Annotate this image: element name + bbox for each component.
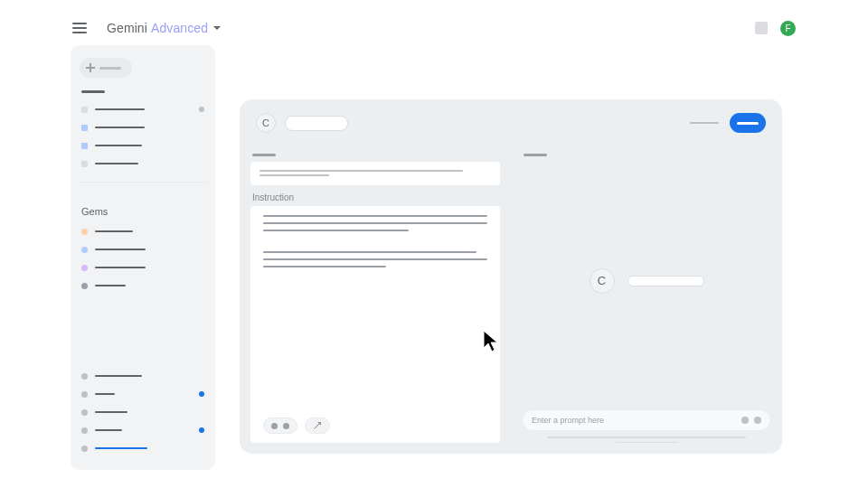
conversation-item[interactable] xyxy=(80,155,206,172)
nav-icon xyxy=(81,391,88,398)
nav-icon xyxy=(81,409,88,416)
conversation-item[interactable] xyxy=(80,119,206,136)
placeholder-line xyxy=(690,122,719,125)
nav-icon xyxy=(81,373,88,380)
name-label xyxy=(252,154,276,156)
gem-color-dot xyxy=(81,247,88,253)
conversation-item[interactable] xyxy=(80,137,206,154)
chat-icon xyxy=(81,143,88,149)
nav-icon xyxy=(81,446,88,452)
sidebar-help[interactable] xyxy=(80,386,206,402)
gem-color-dot xyxy=(81,229,88,235)
editor-column: Instruction xyxy=(240,146,511,454)
sidebar-location[interactable] xyxy=(80,440,206,456)
placeholder-line xyxy=(95,230,133,233)
preview-greeting xyxy=(627,276,704,286)
chat-icon xyxy=(81,125,88,131)
placeholder-line xyxy=(95,108,145,111)
apps-icon[interactable] xyxy=(755,22,768,34)
placeholder-line xyxy=(99,67,121,70)
placeholder-line xyxy=(95,163,138,165)
topbar: Gemini Advanced F xyxy=(72,18,796,38)
plus-icon xyxy=(86,63,95,72)
notification-dot xyxy=(199,391,204,397)
gem-item[interactable] xyxy=(80,277,206,294)
placeholder-line xyxy=(95,249,146,251)
placeholder-line xyxy=(95,375,142,378)
preview-gem-avatar: C xyxy=(590,268,615,294)
gem-item[interactable] xyxy=(80,259,206,276)
placeholder-line xyxy=(95,393,115,396)
magic-rewrite-button[interactable] xyxy=(305,418,330,434)
preview-label xyxy=(524,154,547,156)
brand-name: Gemini xyxy=(107,21,147,35)
sidebar-activity[interactable] xyxy=(80,404,206,420)
preview-column: C Enter a prompt here xyxy=(511,146,782,454)
panel-header: C xyxy=(240,99,782,146)
image-icon[interactable] xyxy=(741,417,749,424)
brand-tier: Advanced xyxy=(151,21,208,35)
recent-heading xyxy=(81,90,105,93)
mic-icon[interactable] xyxy=(754,417,761,424)
sidebar: Gems xyxy=(71,45,215,470)
nav-icon xyxy=(81,427,88,434)
gem-name-input[interactable] xyxy=(250,162,500,185)
gem-name-pill[interactable] xyxy=(285,116,348,131)
save-button[interactable] xyxy=(730,113,766,133)
prompt-placeholder: Enter a prompt here xyxy=(532,416,604,425)
attach-button[interactable] xyxy=(263,418,297,434)
brand-switcher[interactable]: Gemini Advanced xyxy=(107,21,221,35)
notification-dot xyxy=(199,427,204,433)
gem-editor-panel: C Instruction xyxy=(240,99,782,454)
instruction-label: Instruction xyxy=(252,192,500,202)
gem-avatar[interactable]: C xyxy=(256,113,276,133)
preview-prompt-input[interactable]: Enter a prompt here xyxy=(522,409,771,431)
placeholder-line xyxy=(95,285,126,287)
status-dot xyxy=(199,107,204,112)
gems-heading: Gems xyxy=(81,206,204,217)
gem-item[interactable] xyxy=(80,223,206,239)
placeholder-line xyxy=(95,411,127,414)
sidebar-settings[interactable] xyxy=(80,422,206,438)
gem-color-dot xyxy=(81,283,88,289)
placeholder-line xyxy=(95,447,147,450)
placeholder-line xyxy=(95,429,122,432)
preview-stage: C xyxy=(522,162,771,401)
chevron-down-icon xyxy=(213,26,221,33)
menu-icon[interactable] xyxy=(72,23,87,33)
chat-icon xyxy=(81,161,88,167)
conversation-item[interactable] xyxy=(80,101,206,117)
chat-icon xyxy=(81,107,88,113)
gem-color-dot xyxy=(81,265,88,271)
divider xyxy=(80,182,206,183)
new-chat-button[interactable] xyxy=(80,58,132,78)
instruction-textarea[interactable] xyxy=(250,206,500,444)
sidebar-gem-manager[interactable] xyxy=(80,368,206,384)
preview-disclaimer xyxy=(522,436,771,443)
avatar[interactable]: F xyxy=(780,21,796,36)
gem-item[interactable] xyxy=(80,241,206,258)
placeholder-line xyxy=(95,267,146,269)
placeholder-line xyxy=(95,127,145,129)
placeholder-line xyxy=(95,145,142,147)
